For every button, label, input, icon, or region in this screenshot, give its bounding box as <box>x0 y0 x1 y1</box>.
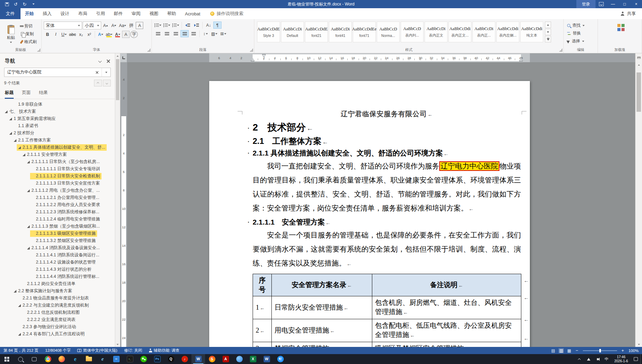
表内正...[interactable]: AaBbCcDi 表内正... <box>472 22 495 42</box>
heading-tree-item[interactable]: 2.1.1.1.2.3 消防系统维修保养标... <box>0 208 115 216</box>
heading-tree-item[interactable]: 2.1.1.2 岗位安全责任清单 <box>0 280 115 287</box>
font-color-button[interactable]: A <box>114 31 121 38</box>
search-options-button[interactable] <box>102 68 110 77</box>
scroll-up-icon[interactable] <box>117 55 119 57</box>
sign-in-button[interactable]: 登录 <box>576 0 596 8</box>
superscript-button[interactable]: x² <box>85 31 93 38</box>
numbering-button[interactable] <box>163 22 171 29</box>
sort-button[interactable]: A↓ <box>204 22 213 29</box>
edge-icon[interactable]: e <box>68 354 82 364</box>
navigation-tab[interactable]: 页面 <box>22 90 31 99</box>
纯文本[interactable]: AaBbCcDdi 纯文本 <box>520 22 543 42</box>
show-formatting-marks-button[interactable]: ¶ <box>213 22 222 29</box>
heading-tree-item[interactable]: 1.9 非联合体 <box>0 101 115 108</box>
heading-tree-item[interactable]: 2.1.1.1.3.2 禁烟区安全管理措施 <box>0 237 115 244</box>
heading-tree-item[interactable]: 2.1.1 具体描述措施以创建安全、文明、舒... <box>0 144 115 151</box>
scrollbar-thumb[interactable] <box>637 72 641 112</box>
firefox-icon[interactable] <box>55 354 68 364</box>
heading-tree-item[interactable]: 2.1.1.1.4.3 对运行状态的分析 <box>0 266 115 273</box>
heading-tree-item[interactable]: 2.1.1.1.1.1 日常防火安全专项培训 <box>0 165 115 173</box>
acrobat-icon[interactable]: A <box>219 354 232 364</box>
style-gallery-more-button[interactable] <box>545 36 551 42</box>
heading-tree-item[interactable]: 2.1.1.1.4.1 消防系统设备间运行... <box>0 252 115 259</box>
heading-tree-item[interactable]: 2.2.2 与主业建立的满意度反馈机制 <box>0 302 115 309</box>
language-indicator[interactable]: 简体中文(中国大陆) <box>77 348 117 353</box>
web-layout-button[interactable]: ▦ <box>567 348 571 353</box>
navigation-tab[interactable]: 标题 <box>5 90 14 99</box>
scroll-up-icon[interactable] <box>638 64 640 66</box>
undo-button[interactable]: ↺ <box>12 0 20 8</box>
sogou-icon[interactable]: S <box>205 354 219 364</box>
zoom-slider[interactable] <box>583 350 617 351</box>
internet-explorer-icon[interactable]: e <box>96 354 109 364</box>
redo-button[interactable]: ↻ <box>21 0 29 8</box>
ribbon-tab[interactable]: 开始 <box>21 8 38 19</box>
ribbon-tab[interactable]: 布局 <box>74 8 92 19</box>
zoom-level[interactable]: 100% <box>629 349 639 353</box>
heading-tree-item[interactable]: 2.1.1.1.3.1 吸烟区安全管理措施 <box>0 230 115 237</box>
multilevel-list-button[interactable] <box>172 22 180 29</box>
navigation-tab[interactable]: 结果 <box>39 90 48 99</box>
expand-triangle-icon[interactable] <box>14 139 16 142</box>
select-button[interactable]: 选择 <box>567 38 598 44</box>
表内正文[interactable]: AaBbCcDi 表内正文 <box>425 22 447 42</box>
heading-tree-item[interactable]: 2.2.2.2 业主满意度征询表 <box>0 316 115 323</box>
ribbon-tab[interactable]: 插入 <box>38 8 56 19</box>
scrollbar-thumb[interactable] <box>116 59 119 100</box>
heading-tree-item[interactable]: 七、 技术方案 <box>0 108 115 115</box>
expand-triangle-icon[interactable] <box>23 153 25 156</box>
qq-icon[interactable]: Q <box>164 354 178 364</box>
expand-triangle-icon[interactable] <box>9 132 12 135</box>
enclose-characters-button[interactable]: 字 <box>130 31 138 38</box>
text-highlight-button[interactable]: ab <box>105 31 113 38</box>
format-painter-button[interactable]: 格式刷 <box>20 39 38 45</box>
styles-dialog-launcher-icon[interactable] <box>559 49 562 52</box>
heading-tree-item[interactable]: 2.2.2.1 信息反馈机制流程图 <box>0 309 115 316</box>
justify-button[interactable] <box>180 30 189 37</box>
excel-icon[interactable]: X <box>246 354 260 364</box>
word-doc-icon[interactable]: W <box>260 354 273 364</box>
heading-tree-item[interactable]: 2.1.1.1.1 日常防火（至少包含机房... <box>0 158 115 165</box>
browser-icon[interactable] <box>232 354 246 364</box>
file-explorer-icon[interactable] <box>82 354 96 364</box>
表内列...[interactable]: AaBbCcD 表内列... <box>401 22 424 42</box>
expand-triangle-icon[interactable] <box>18 333 21 336</box>
heading-tree-item[interactable]: 2.1.1.1.2.1 办公室用电安全管理... <box>0 194 115 201</box>
tell-me-search[interactable]: 操作说明搜索 <box>205 8 249 19</box>
wechat-icon[interactable] <box>137 354 150 364</box>
accessibility-indicator[interactable]: 辅助功能: 调查 <box>149 348 179 353</box>
zoom-in-button[interactable]: + <box>620 348 625 353</box>
cut-button[interactable]: 剪切 <box>20 23 38 29</box>
maximize-button[interactable]: □ <box>619 0 630 8</box>
ribbon-tab[interactable]: 视图 <box>145 8 163 19</box>
read-mode-button[interactable]: ▤ <box>551 348 555 353</box>
expand-triangle-icon[interactable] <box>18 304 21 307</box>
clear-search-button[interactable] <box>93 68 102 77</box>
heading-tree-item[interactable]: 2.2 整体实施计划与服务方案 <box>0 287 115 295</box>
word-count[interactable]: 12/80408 个字 <box>45 348 70 353</box>
print-layout-button[interactable]: ▥ <box>559 348 564 353</box>
zoom-slider-thumb[interactable] <box>599 349 601 352</box>
grow-font-button[interactable]: A <box>102 22 109 29</box>
save-button[interactable] <box>3 0 11 8</box>
customize-qat-button[interactable] <box>29 0 38 8</box>
taskbar-clock[interactable]: 17:46 2026-1-6 <box>611 354 631 364</box>
style-gallery-down-button[interactable] <box>545 29 551 35</box>
share-button[interactable]: 共享 <box>614 8 642 19</box>
bold-button[interactable]: B <box>44 31 51 38</box>
align-center-button[interactable] <box>163 30 171 37</box>
shading-button[interactable]: ▨ <box>210 30 218 37</box>
close-button[interactable]: × <box>630 0 642 8</box>
heading-tree-item[interactable]: 2.1.1.1.2.2 用电作业人员安全要求 <box>0 201 115 208</box>
scroll-down-icon[interactable] <box>117 344 119 345</box>
show-desktop-button[interactable] <box>640 354 642 364</box>
first-line-indent-marker[interactable] <box>262 54 266 55</box>
font71[interactable]: AaBbCcDdEe font71 <box>353 22 376 42</box>
next-result-button[interactable] <box>103 80 111 86</box>
expand-triangle-icon[interactable] <box>5 110 8 113</box>
text-effects-button[interactable]: A <box>97 31 104 38</box>
decrease-indent-button[interactable] <box>184 22 192 29</box>
character-shading-button[interactable]: A <box>122 31 130 38</box>
heading-tree-item[interactable]: 2.1.1.1.3 禁烟（至少包含吸烟区和... <box>0 223 115 230</box>
align-right-button[interactable] <box>172 30 180 37</box>
